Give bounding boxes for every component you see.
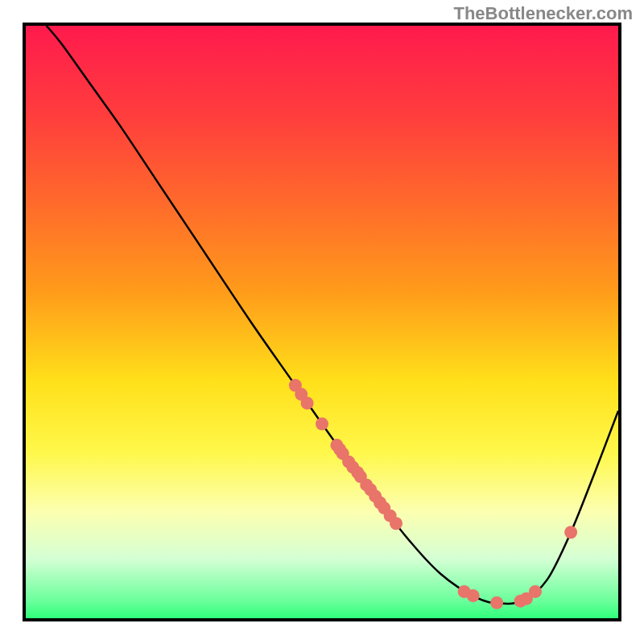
data-point [529, 585, 542, 598]
data-point [564, 526, 577, 539]
data-point [301, 397, 314, 410]
main-curve [47, 26, 618, 604]
plot-area [23, 23, 621, 621]
data-point [316, 418, 328, 431]
scatter-points [289, 379, 577, 609]
data-point [490, 597, 503, 609]
chart-container: TheBottlenecker.com [0, 0, 644, 644]
watermark-text: TheBottlenecker.com [453, 3, 633, 24]
curve-layer [26, 26, 618, 618]
data-point [390, 517, 402, 530]
data-point [467, 589, 480, 602]
